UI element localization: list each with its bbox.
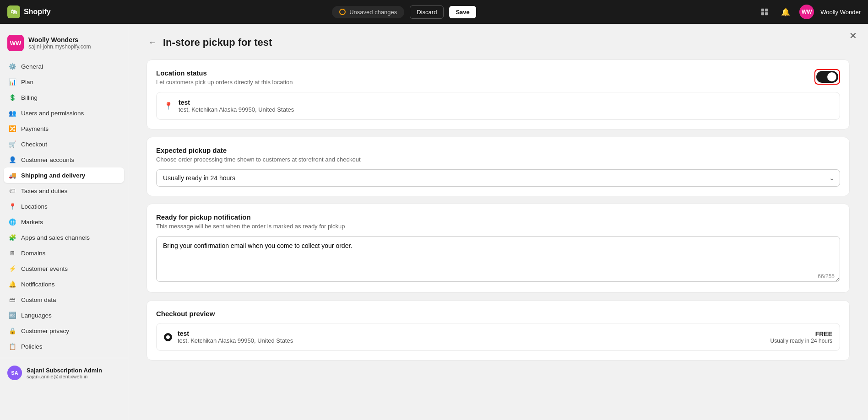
sidebar-item-users[interactable]: 👥 Users and permissions [4, 105, 124, 121]
taxes-icon: 🏷 [8, 187, 16, 195]
sidebar-label-locations: Locations [21, 203, 48, 210]
radio-selected-icon [164, 333, 172, 341]
sidebar-item-taxes[interactable]: 🏷 Taxes and duties [4, 183, 124, 199]
close-button[interactable]: ✕ [849, 31, 857, 40]
unsaved-changes-indicator: Unsaved changes [332, 6, 404, 18]
sidebar-nav: ⚙️ General 📊 Plan 💲 Billing 👥 Users and … [0, 59, 128, 354]
svg-rect-3 [765, 12, 768, 15]
main-content: ✕ ← In-store pickup for test Location st… [128, 24, 868, 420]
svg-rect-0 [761, 9, 764, 11]
discard-button[interactable]: Discard [410, 5, 444, 19]
location-status-card: Location status Let customers pick up or… [146, 59, 850, 129]
user-avatar: WW [799, 5, 814, 19]
markets-icon: 🌐 [8, 218, 16, 226]
sidebar-item-payments[interactable]: 🔀 Payments [4, 121, 124, 136]
sidebar-item-general[interactable]: ⚙️ General [4, 59, 124, 74]
sidebar-label-shipping: Shipping and delivery [21, 172, 85, 179]
events-icon: ⚡ [8, 264, 16, 273]
page-header: ← In-store pickup for test [146, 37, 850, 48]
sidebar-label-apps: Apps and sales channels [21, 234, 90, 241]
sidebar-label-plan: Plan [21, 79, 33, 86]
sidebar-label-billing: Billing [21, 94, 38, 101]
pickup-notification-card: Ready for pickup notification This messa… [146, 204, 850, 293]
sidebar-label-checkout: Checkout [21, 141, 47, 148]
svg-rect-2 [761, 12, 764, 15]
sidebar-item-checkout[interactable]: 🛒 Checkout [4, 136, 124, 152]
location-status-toggle[interactable] [816, 71, 838, 83]
pickup-time-select-wrapper: Usually ready in 1 hour Usually ready in… [156, 169, 840, 187]
topnav-user-label: Woolly Wonder [820, 9, 861, 16]
pin-icon: 📍 [164, 102, 173, 110]
bottom-user-avatar: SA [7, 366, 22, 380]
shipping-icon: 🚚 [8, 171, 16, 179]
sidebar-label-markets: Markets [21, 219, 43, 226]
sidebar-label-customer-events: Customer events [21, 265, 68, 272]
pickup-time-select[interactable]: Usually ready in 1 hour Usually ready in… [156, 169, 840, 187]
store-url: sajini-john.myshopify.com [28, 43, 91, 50]
preview-location-address: test, Ketchikan Alaska 99950, United Sta… [178, 337, 765, 344]
page-title: In-store pickup for test [163, 37, 272, 48]
languages-icon: 🔤 [8, 311, 16, 319]
sidebar-item-plan[interactable]: 📊 Plan [4, 74, 124, 90]
toggle-knob [827, 72, 836, 81]
sidebar-item-customer-privacy[interactable]: 🔒 Customer privacy [4, 323, 124, 339]
sidebar-item-notifications[interactable]: 🔔 Notifications [4, 276, 124, 292]
bell-icon-button[interactable]: 🔔 [778, 5, 793, 19]
sidebar-label-domains: Domains [21, 250, 45, 257]
sidebar-item-policies[interactable]: 📋 Policies [4, 339, 124, 354]
back-button[interactable]: ← [146, 37, 158, 48]
preview-ready-label: Usually ready in 24 hours [770, 338, 832, 344]
sidebar-label-users: Users and permissions [21, 110, 84, 117]
sidebar: WW Woolly Wonders sajini-john.myshopify.… [0, 24, 128, 420]
checkout-preview-card: Checkout preview test test, Ketchikan Al… [146, 300, 850, 361]
sidebar-item-domains[interactable]: 🖥 Domains [4, 245, 124, 261]
sidebar-item-markets[interactable]: 🌐 Markets [4, 214, 124, 230]
pickup-notification-title: Ready for pickup notification [156, 213, 840, 221]
checkout-preview-title: Checkout preview [156, 310, 840, 318]
save-button[interactable]: Save [449, 6, 476, 18]
location-status-subtitle: Let customers pick up orders directly at… [156, 79, 293, 86]
location-address: test, Ketchikan Alaska 99950, United Sta… [179, 106, 294, 113]
notification-textarea[interactable]: Bring your confirmation email when you c… [156, 236, 840, 282]
sidebar-item-customer-events[interactable]: ⚡ Customer events [4, 261, 124, 276]
sidebar-label-taxes: Taxes and duties [21, 188, 67, 194]
expected-pickup-title: Expected pickup date [156, 146, 840, 154]
sidebar-item-billing[interactable]: 💲 Billing [4, 90, 124, 105]
sidebar-item-languages[interactable]: 🔤 Languages [4, 307, 124, 323]
plan-icon: 📊 [8, 78, 16, 86]
checkout-preview-item: test test, Ketchikan Alaska 99950, Unite… [156, 323, 840, 351]
expected-pickup-subtitle: Choose order processing time shown to cu… [156, 156, 840, 163]
shopify-wordmark: Shopify [24, 8, 51, 16]
unsaved-icon [339, 9, 346, 15]
expected-pickup-card: Expected pickup date Choose order proces… [146, 137, 850, 196]
pickup-notification-subtitle: This message will be sent when the order… [156, 223, 840, 230]
topnav-right: 🔔 WW Woolly Wonder [757, 5, 861, 19]
sidebar-label-payments: Payments [21, 125, 49, 132]
sidebar-item-customer-accounts[interactable]: 👤 Customer accounts [4, 152, 124, 167]
sidebar-item-apps[interactable]: 🧩 Apps and sales channels [4, 230, 124, 245]
store-info: WW Woolly Wonders sajini-john.myshopify.… [0, 31, 128, 59]
custom-data-icon: 🗃 [8, 296, 16, 304]
privacy-icon: 🔒 [8, 327, 16, 335]
bottom-user-email: sajani.annie@identixweb.in [27, 374, 102, 379]
storefront-icon-button[interactable] [757, 5, 772, 19]
sidebar-label-customer-privacy: Customer privacy [21, 328, 69, 334]
sidebar-item-custom-data[interactable]: 🗃 Custom data [4, 292, 124, 307]
users-icon: 👥 [8, 109, 16, 117]
bottom-user-name: Sajani Subscription Admin [27, 367, 102, 374]
settings-icon: ⚙️ [8, 62, 16, 70]
unsaved-label: Unsaved changes [349, 9, 397, 16]
domains-icon: 🖥 [8, 249, 16, 257]
location-item: 📍 test test, Ketchikan Alaska 99950, Uni… [156, 92, 840, 120]
top-navigation: 🛍 Shopify Unsaved changes Discard Save 🔔… [0, 0, 868, 24]
sidebar-item-locations[interactable]: 📍 Locations [4, 199, 124, 214]
sidebar-label-notifications: Notifications [21, 281, 55, 288]
checkout-icon: 🛒 [8, 140, 16, 148]
policies-icon: 📋 [8, 342, 16, 350]
apps-icon: 🧩 [8, 233, 16, 242]
location-icon: 📍 [8, 202, 16, 210]
sidebar-item-shipping[interactable]: 🚚 Shipping and delivery [4, 167, 124, 183]
sidebar-label-custom-data: Custom data [21, 296, 56, 303]
sidebar-label-policies: Policies [21, 343, 43, 350]
notification-textarea-wrapper: Bring your confirmation email when you c… [156, 236, 840, 283]
